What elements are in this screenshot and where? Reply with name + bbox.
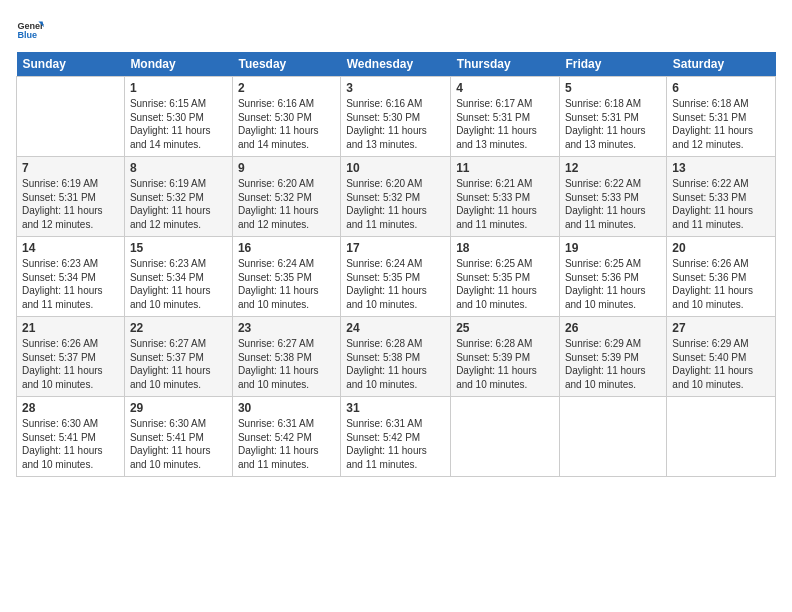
calendar-cell: 9Sunrise: 6:20 AMSunset: 5:32 PMDaylight… [232, 157, 340, 237]
calendar-cell [559, 397, 666, 477]
day-info: Sunrise: 6:19 AMSunset: 5:31 PMDaylight:… [22, 177, 119, 231]
calendar-cell: 20Sunrise: 6:26 AMSunset: 5:36 PMDayligh… [667, 237, 776, 317]
day-info: Sunrise: 6:20 AMSunset: 5:32 PMDaylight:… [238, 177, 335, 231]
day-info: Sunrise: 6:23 AMSunset: 5:34 PMDaylight:… [22, 257, 119, 311]
day-info: Sunrise: 6:21 AMSunset: 5:33 PMDaylight:… [456, 177, 554, 231]
day-info: Sunrise: 6:28 AMSunset: 5:38 PMDaylight:… [346, 337, 445, 391]
day-info: Sunrise: 6:24 AMSunset: 5:35 PMDaylight:… [346, 257, 445, 311]
day-info: Sunrise: 6:30 AMSunset: 5:41 PMDaylight:… [22, 417, 119, 471]
day-number: 22 [130, 321, 227, 335]
day-number: 27 [672, 321, 770, 335]
calendar-cell: 25Sunrise: 6:28 AMSunset: 5:39 PMDayligh… [451, 317, 560, 397]
day-number: 18 [456, 241, 554, 255]
calendar-cell: 15Sunrise: 6:23 AMSunset: 5:34 PMDayligh… [124, 237, 232, 317]
day-number: 10 [346, 161, 445, 175]
day-number: 7 [22, 161, 119, 175]
calendar-table: SundayMondayTuesdayWednesdayThursdayFrid… [16, 52, 776, 477]
day-info: Sunrise: 6:26 AMSunset: 5:37 PMDaylight:… [22, 337, 119, 391]
day-info: Sunrise: 6:27 AMSunset: 5:38 PMDaylight:… [238, 337, 335, 391]
day-number: 13 [672, 161, 770, 175]
calendar-cell: 5Sunrise: 6:18 AMSunset: 5:31 PMDaylight… [559, 77, 666, 157]
day-info: Sunrise: 6:20 AMSunset: 5:32 PMDaylight:… [346, 177, 445, 231]
weekday-header-friday: Friday [559, 52, 666, 77]
calendar-cell: 3Sunrise: 6:16 AMSunset: 5:30 PMDaylight… [341, 77, 451, 157]
calendar-cell: 7Sunrise: 6:19 AMSunset: 5:31 PMDaylight… [17, 157, 125, 237]
page-header: General Blue [16, 16, 776, 44]
day-number: 15 [130, 241, 227, 255]
calendar-cell: 4Sunrise: 6:17 AMSunset: 5:31 PMDaylight… [451, 77, 560, 157]
calendar-cell: 26Sunrise: 6:29 AMSunset: 5:39 PMDayligh… [559, 317, 666, 397]
page-container: General Blue SundayMondayTu [0, 0, 792, 485]
day-number: 5 [565, 81, 661, 95]
day-number: 31 [346, 401, 445, 415]
calendar-cell: 27Sunrise: 6:29 AMSunset: 5:40 PMDayligh… [667, 317, 776, 397]
day-info: Sunrise: 6:28 AMSunset: 5:39 PMDaylight:… [456, 337, 554, 391]
day-number: 24 [346, 321, 445, 335]
week-row-3: 14Sunrise: 6:23 AMSunset: 5:34 PMDayligh… [17, 237, 776, 317]
week-row-5: 28Sunrise: 6:30 AMSunset: 5:41 PMDayligh… [17, 397, 776, 477]
calendar-cell: 18Sunrise: 6:25 AMSunset: 5:35 PMDayligh… [451, 237, 560, 317]
calendar-cell: 12Sunrise: 6:22 AMSunset: 5:33 PMDayligh… [559, 157, 666, 237]
day-info: Sunrise: 6:29 AMSunset: 5:39 PMDaylight:… [565, 337, 661, 391]
calendar-cell: 13Sunrise: 6:22 AMSunset: 5:33 PMDayligh… [667, 157, 776, 237]
day-number: 8 [130, 161, 227, 175]
day-info: Sunrise: 6:15 AMSunset: 5:30 PMDaylight:… [130, 97, 227, 151]
calendar-cell [667, 397, 776, 477]
day-info: Sunrise: 6:16 AMSunset: 5:30 PMDaylight:… [238, 97, 335, 151]
day-info: Sunrise: 6:19 AMSunset: 5:32 PMDaylight:… [130, 177, 227, 231]
calendar-cell: 10Sunrise: 6:20 AMSunset: 5:32 PMDayligh… [341, 157, 451, 237]
weekday-header-sunday: Sunday [17, 52, 125, 77]
weekday-header-tuesday: Tuesday [232, 52, 340, 77]
calendar-cell: 23Sunrise: 6:27 AMSunset: 5:38 PMDayligh… [232, 317, 340, 397]
calendar-cell: 22Sunrise: 6:27 AMSunset: 5:37 PMDayligh… [124, 317, 232, 397]
day-number: 20 [672, 241, 770, 255]
day-number: 19 [565, 241, 661, 255]
calendar-cell: 19Sunrise: 6:25 AMSunset: 5:36 PMDayligh… [559, 237, 666, 317]
day-info: Sunrise: 6:24 AMSunset: 5:35 PMDaylight:… [238, 257, 335, 311]
week-row-1: 1Sunrise: 6:15 AMSunset: 5:30 PMDaylight… [17, 77, 776, 157]
day-number: 14 [22, 241, 119, 255]
week-row-4: 21Sunrise: 6:26 AMSunset: 5:37 PMDayligh… [17, 317, 776, 397]
calendar-cell: 8Sunrise: 6:19 AMSunset: 5:32 PMDaylight… [124, 157, 232, 237]
calendar-cell [451, 397, 560, 477]
calendar-cell: 24Sunrise: 6:28 AMSunset: 5:38 PMDayligh… [341, 317, 451, 397]
calendar-cell: 30Sunrise: 6:31 AMSunset: 5:42 PMDayligh… [232, 397, 340, 477]
day-number: 12 [565, 161, 661, 175]
calendar-cell: 17Sunrise: 6:24 AMSunset: 5:35 PMDayligh… [341, 237, 451, 317]
day-info: Sunrise: 6:17 AMSunset: 5:31 PMDaylight:… [456, 97, 554, 151]
day-number: 2 [238, 81, 335, 95]
svg-text:Blue: Blue [17, 30, 37, 40]
day-number: 30 [238, 401, 335, 415]
weekday-header-row: SundayMondayTuesdayWednesdayThursdayFrid… [17, 52, 776, 77]
day-info: Sunrise: 6:25 AMSunset: 5:35 PMDaylight:… [456, 257, 554, 311]
calendar-cell: 16Sunrise: 6:24 AMSunset: 5:35 PMDayligh… [232, 237, 340, 317]
day-number: 17 [346, 241, 445, 255]
day-number: 25 [456, 321, 554, 335]
day-number: 28 [22, 401, 119, 415]
day-info: Sunrise: 6:16 AMSunset: 5:30 PMDaylight:… [346, 97, 445, 151]
week-row-2: 7Sunrise: 6:19 AMSunset: 5:31 PMDaylight… [17, 157, 776, 237]
weekday-header-monday: Monday [124, 52, 232, 77]
calendar-cell: 2Sunrise: 6:16 AMSunset: 5:30 PMDaylight… [232, 77, 340, 157]
calendar-cell: 29Sunrise: 6:30 AMSunset: 5:41 PMDayligh… [124, 397, 232, 477]
day-info: Sunrise: 6:31 AMSunset: 5:42 PMDaylight:… [346, 417, 445, 471]
day-number: 23 [238, 321, 335, 335]
calendar-cell: 28Sunrise: 6:30 AMSunset: 5:41 PMDayligh… [17, 397, 125, 477]
calendar-cell: 6Sunrise: 6:18 AMSunset: 5:31 PMDaylight… [667, 77, 776, 157]
day-number: 29 [130, 401, 227, 415]
day-number: 11 [456, 161, 554, 175]
day-number: 16 [238, 241, 335, 255]
day-info: Sunrise: 6:23 AMSunset: 5:34 PMDaylight:… [130, 257, 227, 311]
day-info: Sunrise: 6:29 AMSunset: 5:40 PMDaylight:… [672, 337, 770, 391]
logo: General Blue [16, 16, 46, 44]
logo-icon: General Blue [16, 16, 44, 44]
day-info: Sunrise: 6:18 AMSunset: 5:31 PMDaylight:… [672, 97, 770, 151]
day-info: Sunrise: 6:18 AMSunset: 5:31 PMDaylight:… [565, 97, 661, 151]
day-info: Sunrise: 6:30 AMSunset: 5:41 PMDaylight:… [130, 417, 227, 471]
calendar-cell [17, 77, 125, 157]
day-number: 1 [130, 81, 227, 95]
day-number: 26 [565, 321, 661, 335]
calendar-cell: 21Sunrise: 6:26 AMSunset: 5:37 PMDayligh… [17, 317, 125, 397]
day-number: 9 [238, 161, 335, 175]
day-number: 21 [22, 321, 119, 335]
